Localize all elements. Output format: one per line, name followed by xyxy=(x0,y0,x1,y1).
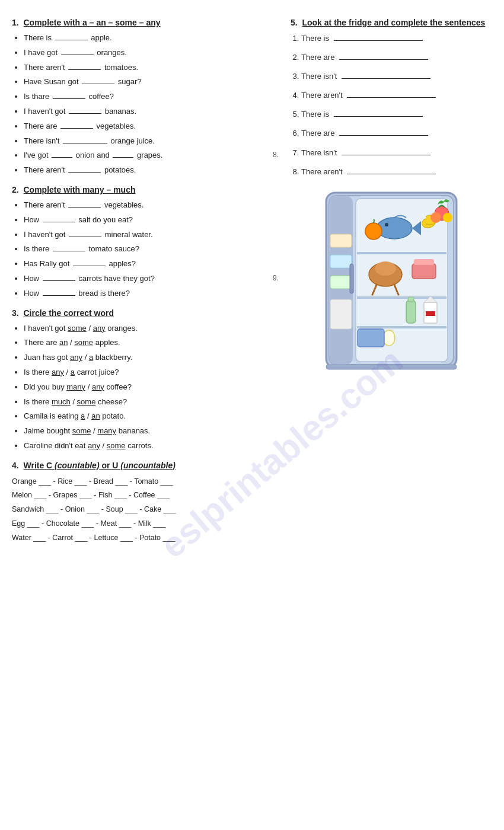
blank xyxy=(53,98,85,99)
svg-rect-13 xyxy=(412,264,436,279)
circled-option: any xyxy=(52,368,64,376)
list-item: Camila is eating a / an potato. xyxy=(24,410,279,423)
section4-line: Water ___ - Carrot ___ - Lettuce ___ - P… xyxy=(12,531,279,545)
list-item: Have Susan got sugar? xyxy=(24,76,279,88)
svg-rect-32 xyxy=(326,365,457,369)
list-item: There isn't xyxy=(301,146,492,159)
list-item: Has Rally got apples? xyxy=(24,258,279,270)
svg-rect-23 xyxy=(358,329,384,347)
svg-point-22 xyxy=(383,330,395,346)
blank xyxy=(73,266,106,266)
section-2: 2. Complete with many – much There aren'… xyxy=(12,185,279,300)
list-item: I have got oranges. xyxy=(24,47,279,59)
section-5-title: 5. Look at the fridge and complete the s… xyxy=(291,18,492,27)
svg-point-7 xyxy=(377,218,412,239)
blank xyxy=(113,157,133,158)
circled-option: any xyxy=(88,441,100,450)
section4-line: Melon ___ - Grapes ___ - Fish ___ - Coff… xyxy=(12,489,279,503)
circled-option: a xyxy=(81,411,85,420)
section-5: 5. Look at the fridge and complete the s… xyxy=(291,18,492,178)
list-item: There are vegetables. xyxy=(24,120,279,133)
blank xyxy=(53,251,85,251)
list-item: How salt do you eat? xyxy=(24,214,279,226)
answer-line xyxy=(347,97,436,98)
left-column: 1. Complete with a – an – some – any The… xyxy=(12,18,279,553)
list-item: How bread is there? xyxy=(24,288,279,300)
answer-line xyxy=(334,40,423,41)
svg-rect-17 xyxy=(426,311,435,316)
svg-point-31 xyxy=(443,213,452,222)
list-item: There is xyxy=(301,108,492,121)
list-item: I haven't got some / any oranges. xyxy=(24,323,279,335)
svg-point-12 xyxy=(375,261,396,276)
section-4-title: 4. Write C (countable) or U (uncountable… xyxy=(12,461,279,470)
circled-option: much xyxy=(52,397,71,406)
circled-option: some xyxy=(74,338,93,347)
list-item: I haven't got mineral water. xyxy=(24,229,279,241)
fridge-svg xyxy=(308,187,474,376)
blank xyxy=(63,143,107,143)
s2-heading: Complete with many – much xyxy=(23,185,135,194)
list-item: Is thare coffee? xyxy=(24,91,279,103)
s3-heading: Circle the correct word xyxy=(23,308,114,318)
circled-option: an xyxy=(91,411,100,420)
s5-num: 5. xyxy=(291,18,298,27)
blank xyxy=(43,295,75,296)
list-item: There isn't orange juice. xyxy=(24,135,279,148)
list-item: There are an / some apples. xyxy=(24,337,279,349)
svg-point-9 xyxy=(385,223,388,226)
section4-line: Orange ___ - Rice ___ - Bread ___ - Toma… xyxy=(12,475,279,489)
blank xyxy=(69,237,101,237)
s4-num: 4. xyxy=(12,461,19,470)
s3-num: 3. xyxy=(12,308,19,318)
section-5-sentences: There is There are There isn't There are… xyxy=(291,32,492,178)
answer-line xyxy=(339,59,428,60)
blank xyxy=(60,128,93,129)
list-item: I haven't got bananas. xyxy=(24,106,279,118)
svg-rect-18 xyxy=(406,301,416,323)
blank xyxy=(82,84,114,84)
list-item: Is there any / a carrot juice? xyxy=(24,366,279,379)
section-4-content: Orange ___ - Rice ___ - Bread ___ - Toma… xyxy=(12,475,279,545)
section-2-list: There aren't vegetables. How salt do you… xyxy=(12,199,279,300)
circled-option: many xyxy=(97,426,116,435)
svg-rect-4 xyxy=(357,252,446,254)
circled-option: an xyxy=(59,338,68,347)
section-3: 3. Circle the correct word I haven't got… xyxy=(12,308,279,452)
circled-option: a xyxy=(71,368,75,376)
blank xyxy=(69,113,101,114)
blank xyxy=(61,55,94,55)
section-3-title: 3. Circle the correct word xyxy=(12,308,279,318)
svg-point-30 xyxy=(430,212,441,223)
circled-option: a xyxy=(89,353,93,362)
answer-line xyxy=(334,116,423,117)
blank xyxy=(55,40,88,40)
list-item: Juan has got any / a blackberry. xyxy=(24,352,279,364)
section4-line: Egg ___ - Chocolate ___ - Meat ___ - Mil… xyxy=(12,517,279,531)
list-item: There aren't xyxy=(301,89,492,102)
list-item: There is apple. xyxy=(24,32,279,44)
s5-heading: Look at the fridge and complete the sent… xyxy=(302,18,485,27)
list-item: There isn't xyxy=(301,70,492,83)
svg-rect-6 xyxy=(357,326,446,328)
list-item: There are xyxy=(301,51,492,64)
circled-option: some xyxy=(72,426,91,435)
blank xyxy=(68,69,101,70)
answer-line xyxy=(342,78,430,79)
right-column: 5. Look at the fridge and complete the s… xyxy=(291,18,492,553)
list-item: There aren't xyxy=(301,165,492,178)
list-item: Is there tomato sauce? xyxy=(24,243,279,256)
section-1: 1. Complete with a – an – some – any The… xyxy=(12,18,279,177)
blank xyxy=(68,172,101,173)
blank xyxy=(68,207,101,208)
svg-rect-26 xyxy=(330,276,352,289)
circled-option: any xyxy=(70,353,82,362)
list-item: Did you buy many / any coffee? xyxy=(24,381,279,394)
svg-rect-27 xyxy=(330,299,352,329)
svg-rect-24 xyxy=(330,234,352,247)
circled-option: some xyxy=(107,441,126,450)
circled-option: some xyxy=(68,324,87,333)
circled-option: any xyxy=(93,324,106,333)
list-item: How carrots have they got? 9. xyxy=(24,273,279,285)
circled-option: many xyxy=(66,382,85,391)
